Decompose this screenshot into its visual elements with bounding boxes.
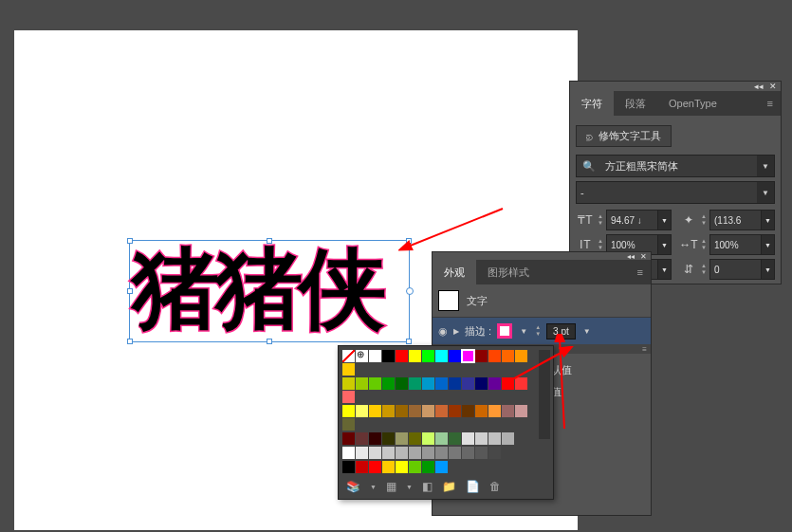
- swatch-item[interactable]: [488, 377, 501, 390]
- tab-character[interactable]: 字符: [570, 91, 614, 116]
- baseline-input[interactable]: 0: [709, 259, 762, 280]
- swatch-item[interactable]: [515, 405, 527, 417]
- chevron-down-icon[interactable]: ▼: [658, 210, 672, 230]
- swatch-item[interactable]: [475, 405, 488, 417]
- swatch-item[interactable]: [462, 432, 474, 445]
- swatch-item[interactable]: [435, 461, 448, 473]
- swatch-item[interactable]: [475, 447, 488, 459]
- panel-menu-icon[interactable]: ≡: [760, 91, 781, 116]
- chevron-down-icon[interactable]: ▼: [370, 484, 377, 490]
- swatch-item[interactable]: [449, 432, 461, 445]
- swatch-item[interactable]: [369, 461, 381, 473]
- swatch-item[interactable]: [422, 447, 434, 459]
- swatch-item[interactable]: [449, 377, 461, 390]
- swatch-item[interactable]: [356, 461, 368, 473]
- stepper-icon[interactable]: ▲▼: [698, 238, 709, 251]
- close-icon[interactable]: ✕: [769, 82, 777, 91]
- swatch-item[interactable]: [382, 432, 395, 445]
- tab-paragraph[interactable]: 段落: [614, 91, 657, 116]
- leading-input[interactable]: (113.6: [709, 210, 762, 230]
- stroke-color-swatch[interactable]: [497, 323, 512, 339]
- handle-top-right[interactable]: [406, 238, 412, 244]
- swatch-menu-icon[interactable]: ▦: [386, 480, 396, 493]
- chevron-down-icon[interactable]: ▼: [518, 327, 529, 336]
- handle-mid-left[interactable]: [127, 288, 133, 294]
- swatch-item[interactable]: [488, 350, 501, 362]
- swatch-item[interactable]: [435, 377, 448, 390]
- tab-appearance[interactable]: 外观: [433, 260, 476, 284]
- swatch-item[interactable]: [342, 391, 355, 403]
- tab-opentype[interactable]: OpenType: [657, 91, 728, 116]
- swatch-item[interactable]: [396, 447, 408, 459]
- swatch-item[interactable]: [422, 350, 434, 362]
- swatch-item[interactable]: [502, 405, 514, 417]
- font-size-field[interactable]: ₸T ▲▼ 94.67 ↓ ▼: [576, 210, 672, 230]
- swatch-library-icon[interactable]: 📚: [346, 480, 360, 493]
- swatch-item[interactable]: [396, 377, 408, 390]
- swatch-item[interactable]: [369, 377, 381, 390]
- swatch-options-icon[interactable]: ◧: [422, 480, 433, 493]
- swatch-item[interactable]: [369, 405, 381, 417]
- font-style-select[interactable]: - ▼: [576, 181, 775, 204]
- hscale-input[interactable]: 100%: [709, 234, 762, 255]
- swatch-item[interactable]: [488, 447, 501, 459]
- swatch-item[interactable]: [449, 405, 461, 417]
- stepper-icon[interactable]: ▲▼: [595, 238, 606, 251]
- swatch-item[interactable]: [369, 447, 381, 459]
- swatch-item[interactable]: [382, 405, 395, 417]
- swatch-item[interactable]: [342, 363, 355, 376]
- stepper-icon[interactable]: ▲▼: [698, 263, 709, 276]
- swatch-item[interactable]: [342, 418, 355, 431]
- swatch-item[interactable]: [396, 350, 408, 362]
- stepper-icon[interactable]: ▲▼: [595, 213, 606, 227]
- swatch-item[interactable]: [409, 432, 421, 445]
- swatch-item[interactable]: [409, 447, 421, 459]
- selection-swatch[interactable]: [438, 290, 459, 311]
- leading-field[interactable]: ✦ ▲▼ (113.6 ▼: [679, 210, 775, 230]
- canvas-text[interactable]: 猪猪侠: [130, 241, 409, 336]
- swatch-item[interactable]: [475, 350, 488, 362]
- collapse-icon[interactable]: ◂◂: [754, 82, 764, 91]
- swatch-item[interactable]: [382, 461, 395, 473]
- swatch-item[interactable]: [342, 377, 355, 390]
- chevron-down-icon[interactable]: ▼: [658, 234, 672, 255]
- swatch-item[interactable]: [342, 447, 355, 459]
- swatch-item[interactable]: [422, 405, 434, 417]
- swatch-item[interactable]: [382, 350, 395, 362]
- swatch-item[interactable]: [356, 432, 368, 445]
- swatch-item[interactable]: [356, 405, 368, 417]
- swatch-item[interactable]: [356, 377, 368, 390]
- chevron-down-icon[interactable]: ▼: [581, 327, 593, 336]
- swatch-item[interactable]: [396, 461, 408, 473]
- font-size-input[interactable]: 94.67 ↓: [606, 210, 658, 230]
- swatch-item[interactable]: [475, 377, 488, 390]
- swatch-item[interactable]: [396, 432, 408, 445]
- swatch-item[interactable]: [502, 377, 514, 390]
- stepper-icon[interactable]: ▲▼: [535, 324, 541, 338]
- swatch-item[interactable]: [342, 432, 355, 445]
- swatch-item[interactable]: [369, 350, 381, 362]
- swatch-item[interactable]: [515, 377, 527, 390]
- swatch-item[interactable]: [396, 405, 408, 417]
- hscale-field[interactable]: ↔T ▲▼ 100% ▼: [679, 234, 775, 255]
- chevron-down-icon[interactable]: ▼: [406, 484, 413, 490]
- swatch-item[interactable]: [342, 350, 355, 362]
- swatch-item[interactable]: [356, 447, 368, 459]
- swatch-item[interactable]: [435, 350, 448, 362]
- new-swatch-icon[interactable]: 📄: [466, 480, 480, 493]
- handle-bot-left[interactable]: [127, 339, 133, 344]
- swatch-item[interactable]: [462, 405, 474, 417]
- swatch-item[interactable]: [502, 432, 514, 445]
- chevron-down-icon[interactable]: ▼: [762, 234, 775, 255]
- swatch-item[interactable]: [409, 377, 421, 390]
- swatch-item[interactable]: [475, 432, 488, 445]
- font-family-select[interactable]: 🔍 方正粗黑宋简体 ▼: [576, 155, 775, 177]
- baseline-field[interactable]: ⇵ ▲▼ 0 ▼: [679, 259, 775, 280]
- swatch-item[interactable]: [409, 350, 421, 362]
- stroke-width-input[interactable]: 3 pt: [546, 323, 576, 339]
- close-icon[interactable]: ✕: [640, 252, 647, 260]
- swatch-item[interactable]: [502, 350, 514, 362]
- swatch-item[interactable]: [409, 461, 421, 473]
- swatch-item[interactable]: [382, 377, 395, 390]
- swatch-item[interactable]: [449, 350, 461, 362]
